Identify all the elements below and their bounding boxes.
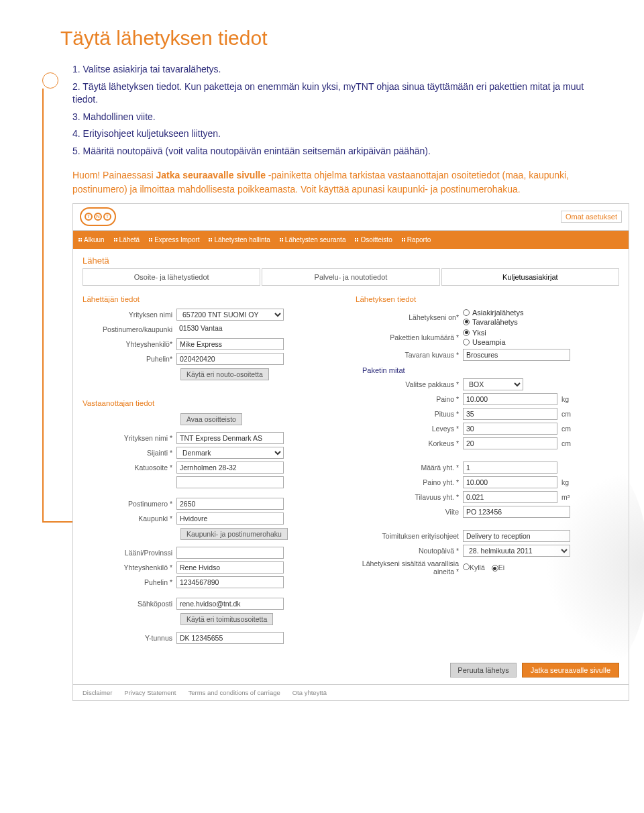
label-postal-city: Postinumero/kaupunki xyxy=(83,325,176,333)
weight-input[interactable] xyxy=(463,393,557,405)
tab-documents[interactable]: Kuljetusasiakirjat xyxy=(441,268,619,286)
recv-email-input[interactable] xyxy=(176,598,284,610)
unit-cm: cm xyxy=(561,425,571,433)
alt-pickup-button[interactable]: Käytä eri nouto-osoitetta xyxy=(180,368,269,380)
tab-address[interactable]: Osoite- ja lähetystiedot xyxy=(83,268,260,286)
sender-phone-input[interactable] xyxy=(176,353,284,365)
step-2-highlight-circle xyxy=(42,72,58,89)
unit-m3: m³ xyxy=(561,493,570,501)
shipment-section-title: Lähetyksen tiedot xyxy=(356,295,619,303)
recv-vat-input[interactable] xyxy=(176,632,284,644)
label-phone: Puhelin* xyxy=(83,355,176,363)
app-screenshot: TNT Omat asetukset Alkuun Lähetä Express… xyxy=(72,203,629,701)
sender-postal-city: 01530 Vantaa xyxy=(176,323,284,335)
footer-contact[interactable]: Ota yhteyttä xyxy=(292,689,327,696)
recv-street2-input[interactable] xyxy=(176,476,284,488)
label-recv-phone: Puhelin * xyxy=(83,578,176,586)
volume-total-input[interactable] xyxy=(463,491,557,503)
goods-desc-input[interactable] xyxy=(463,349,570,361)
nav-express-import[interactable]: Express Import xyxy=(149,236,199,243)
recv-postal-input[interactable] xyxy=(176,498,284,510)
label-pkg-count: Pakettien lukumäärä * xyxy=(356,333,463,341)
recv-country-select[interactable]: Denmark xyxy=(176,447,284,459)
instructions-input[interactable] xyxy=(463,530,570,542)
nav-send[interactable]: Lähetä xyxy=(114,236,140,243)
open-addressbook-button[interactable]: Avaa osoitteisto xyxy=(180,413,242,425)
step-3: 3. Mahdollinen viite. xyxy=(72,111,610,124)
nav-addressbook[interactable]: Osoitteisto xyxy=(355,236,392,243)
label-ship-type: Lähetykseni on* xyxy=(356,313,463,321)
footer-privacy[interactable]: Privacy Statement xyxy=(124,689,176,696)
send-section-title: Lähetä xyxy=(73,249,629,268)
length-input[interactable] xyxy=(463,408,557,420)
recv-city-input[interactable] xyxy=(176,512,284,525)
width-input[interactable] xyxy=(463,423,557,435)
label-weight: Paino * xyxy=(356,395,463,403)
radio-qty-more[interactable]: Useampia xyxy=(463,338,506,346)
label-recv-province: Lääni/Provinssi xyxy=(83,549,176,557)
label-qty-total: Määrä yht. * xyxy=(356,464,463,472)
tab-service[interactable]: Palvelu- ja noutotiedot xyxy=(262,268,439,286)
recv-contact-input[interactable] xyxy=(176,561,284,574)
height-input[interactable] xyxy=(463,437,557,449)
label-recv-contact: Yhteyshenkilö * xyxy=(83,563,176,572)
unit-cm: cm xyxy=(561,439,571,447)
sender-company-select[interactable]: 657200 TNT SUOMI OY xyxy=(176,309,284,321)
radio-danger-no[interactable]: Ei xyxy=(492,563,504,572)
label-recv-email: Sähköposti xyxy=(83,600,176,608)
page-title: Täytä lähetyksen tiedot xyxy=(60,27,610,50)
next-button[interactable]: Jatka seuraavalle sivulle xyxy=(522,663,619,678)
cancel-button[interactable]: Peruuta lähetys xyxy=(450,663,516,678)
unit-kg: kg xyxy=(561,478,569,486)
label-volume-total: Tilavuus yht. * xyxy=(356,493,463,501)
radio-icon xyxy=(463,339,470,345)
nav-tracking[interactable]: Lähetysten seuranta xyxy=(280,236,346,243)
label-instructions: Toimituksen erityisohjeet xyxy=(356,532,463,540)
city-postal-lookup-button[interactable]: Kaupunki- ja postinumerohaku xyxy=(180,528,288,540)
recv-company-input[interactable] xyxy=(176,432,284,444)
step-4: 4. Erityisohjeet kuljetukseen liittyen. xyxy=(72,127,610,141)
note-text: Huom! Painaessasi Jatka seuraavalle sivu… xyxy=(72,168,610,197)
footer-terms[interactable]: Terms and conditions of carriage xyxy=(188,689,280,696)
label-reference: Viite xyxy=(356,508,463,516)
label-weight-total: Paino yht. * xyxy=(356,478,463,486)
label-pkg-select: Valitse pakkaus * xyxy=(356,380,463,388)
label-dangerous: Lähetykseni sisältää vaarallisia aineita… xyxy=(356,559,463,576)
unit-kg: kg xyxy=(561,395,569,403)
reference-input[interactable] xyxy=(463,506,570,518)
dims-title: Paketin mitat xyxy=(362,366,619,374)
radio-qty-one[interactable]: Yksi xyxy=(463,329,506,337)
radio-type-goods[interactable]: Tavaralähetys xyxy=(463,318,523,326)
receiver-section-title: Vastaanottajan tiedot xyxy=(83,399,346,407)
nav-reports[interactable]: Raporto xyxy=(402,236,431,243)
label-recv-postal: Postinumero * xyxy=(83,500,176,508)
label-contact: Yhteyshenkilö* xyxy=(83,340,176,348)
radio-icon xyxy=(463,309,470,316)
connector-line-vertical xyxy=(42,89,44,521)
alt-delivery-button[interactable]: Käytä eri toimitusosoitetta xyxy=(180,613,273,625)
radio-icon xyxy=(463,319,470,325)
pkg-select[interactable]: BOX xyxy=(463,378,523,390)
radio-type-doc[interactable]: Asiakirjalähetys xyxy=(463,309,523,317)
nav-home[interactable]: Alkuun xyxy=(78,236,105,243)
label-pickup-date: Noutopäivä * xyxy=(356,547,463,555)
qty-total-input[interactable] xyxy=(463,462,557,474)
pickup-date-select[interactable]: 28. helmikuuta 2011 xyxy=(463,545,570,557)
nav-shipment-mgmt[interactable]: Lähetysten hallinta xyxy=(209,236,270,243)
label-recv-company: Yrityksen nimi * xyxy=(83,434,176,442)
action-bar: Peruuta lähetys Jatka seuraavalle sivull… xyxy=(73,656,629,684)
recv-street-input[interactable] xyxy=(176,462,284,474)
weight-total-input[interactable] xyxy=(463,476,557,488)
label-recv-street: Katuosoite * xyxy=(83,464,176,472)
radio-danger-yes[interactable]: Kyllä xyxy=(463,563,485,572)
label-recv-country: Sijainti * xyxy=(83,449,176,457)
steps-list: 1. Valitse asiakirja tai tavaralähetys. … xyxy=(60,63,610,158)
footer-disclaimer[interactable]: Disclaimer xyxy=(83,689,112,696)
recv-phone-input[interactable] xyxy=(176,576,284,588)
step-2: 2. Täytä lähetyksen tiedot. Kun pakettej… xyxy=(72,80,610,107)
recv-province-input[interactable] xyxy=(176,547,284,559)
settings-link[interactable]: Omat asetukset xyxy=(561,211,622,223)
radio-icon xyxy=(463,563,470,570)
sender-contact-input[interactable] xyxy=(176,338,284,350)
tnt-logo-icon: TNT xyxy=(80,207,116,226)
